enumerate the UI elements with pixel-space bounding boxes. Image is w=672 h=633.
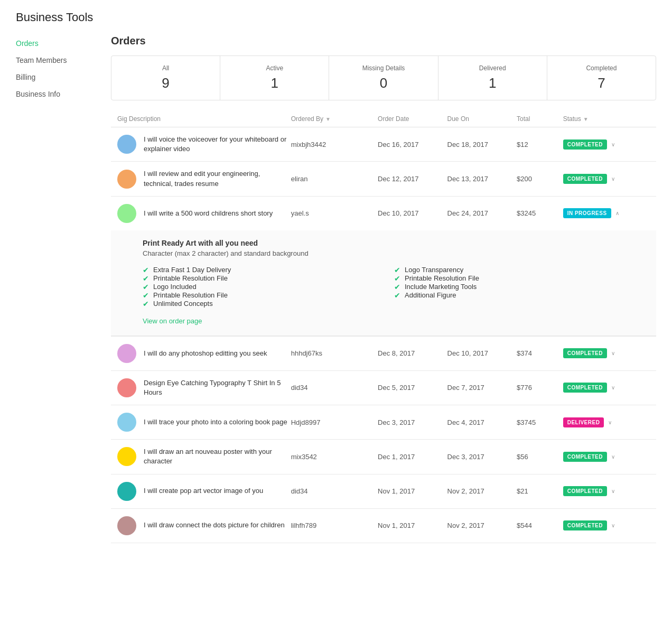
order-gig-title: Design Eye Catching Typography T Shirt I… [144, 378, 291, 397]
order-row-main[interactable]: I will review and edit your engineering,… [111, 162, 656, 196]
feature-item: ✔Printable Resolution File [394, 274, 624, 283]
order-row-main[interactable]: Design Eye Catching Typography T Shirt I… [111, 371, 656, 405]
order-status-col: COMPLETED ∨ [563, 383, 650, 393]
order-date: Dec 5, 2017 [378, 384, 447, 392]
table-header: Gig Description Ordered By ▼ Order Date … [111, 111, 656, 127]
order-total: $56 [517, 453, 563, 461]
order-row-main[interactable]: I will trace your photo into a coloring … [111, 405, 656, 439]
feature-item: ✔Additional Figure [394, 291, 624, 300]
stat-active[interactable]: Active1 [220, 56, 329, 100]
feature-item: ✔Printable Resolution File [143, 274, 373, 283]
expand-chevron[interactable]: ∨ [611, 350, 615, 356]
order-gig-col: I will draw connect the dots picture for… [117, 516, 291, 535]
status-badge: COMPLETED [563, 486, 607, 496]
avatar [117, 204, 136, 223]
check-icon: ✔ [143, 291, 149, 300]
content-area: Orders All9Active1Missing Details0Delive… [100, 30, 656, 633]
expand-chevron[interactable]: ∨ [608, 420, 612, 425]
order-total: $374 [517, 349, 563, 357]
order-status-col: COMPLETED ∨ [563, 520, 650, 530]
order-gig-col: I will do any photoshop editting you see… [117, 344, 291, 363]
stat-all[interactable]: All9 [111, 56, 220, 100]
order-gig-col: I will create pop art vector image of yo… [117, 482, 291, 501]
order-ordered-by: did34 [291, 487, 378, 495]
feature-label: Unlimited Concepts [153, 300, 213, 308]
feature-item: ✔Logo Included [143, 283, 373, 291]
expand-chevron[interactable]: ∨ [611, 142, 615, 147]
order-gig-col: I will review and edit your engineering,… [117, 169, 291, 188]
expand-chevron[interactable]: ∨ [611, 454, 615, 460]
view-order-link[interactable]: View on order page [143, 317, 202, 325]
expand-chevron[interactable]: ∨ [611, 176, 615, 182]
expanded-title: Print Ready Art with all you need [143, 239, 624, 247]
status-badge: COMPLETED [563, 139, 607, 150]
order-date: Dec 10, 2017 [378, 209, 447, 217]
stat-label-active: Active [266, 64, 283, 72]
stat-value-active: 1 [271, 75, 278, 91]
avatar [117, 344, 136, 363]
feature-label: Printable Resolution File [405, 274, 479, 282]
order-gig-col: I will voice the voiceover for your whit… [117, 135, 291, 154]
expand-chevron[interactable]: ∨ [611, 385, 615, 390]
header-ordered: Ordered By ▼ [291, 115, 378, 123]
order-total: $12 [517, 141, 563, 148]
stat-value-all: 9 [162, 75, 169, 91]
order-total: $21 [517, 487, 563, 495]
table-row: I will do any photoshop editting you see… [111, 337, 656, 371]
order-row-main[interactable]: I will draw an art nouveau poster with y… [111, 440, 656, 473]
avatar [117, 516, 136, 535]
feature-item: ✔Unlimited Concepts [143, 300, 373, 308]
feature-item: ✔Logo Transparency [394, 266, 624, 274]
order-ordered-by: lilhfh789 [291, 522, 378, 529]
stat-completed[interactable]: Completed7 [547, 56, 656, 100]
table-row: I will create pop art vector image of yo… [111, 474, 656, 509]
order-date: Dec 12, 2017 [378, 175, 447, 183]
expand-chevron[interactable]: ∨ [611, 488, 615, 494]
app-container: Business Tools OrdersTeam MembersBilling… [0, 0, 672, 633]
order-row-main[interactable]: I will write a 500 word childrens short … [111, 197, 656, 230]
expanded-order-details: Print Ready Art with all you need Charac… [111, 230, 656, 336]
order-total: $776 [517, 384, 563, 392]
table-row: I will review and edit your engineering,… [111, 162, 656, 196]
sidebar-item-business-info[interactable]: Business Info [16, 86, 100, 103]
feature-label: Additional Figure [405, 291, 456, 299]
sidebar-item-billing[interactable]: Billing [16, 69, 100, 86]
sort-icon[interactable]: ▼ [325, 116, 331, 122]
sidebar-item-orders[interactable]: Orders [16, 35, 100, 52]
check-icon: ✔ [394, 266, 400, 274]
order-due: Dec 7, 2017 [447, 384, 517, 392]
stat-delivered[interactable]: Delivered1 [438, 56, 547, 100]
orders-list: I will voice the voiceover for your whit… [111, 127, 656, 543]
order-total: $200 [517, 175, 563, 183]
order-gig-title: I will create pop art vector image of yo… [144, 486, 263, 496]
header-total: Total [517, 115, 563, 123]
avatar [117, 447, 136, 466]
order-due: Nov 2, 2017 [447, 487, 517, 495]
order-row-main[interactable]: I will create pop art vector image of yo… [111, 474, 656, 508]
order-gig-title: I will review and edit your engineering,… [144, 169, 291, 188]
status-sort-icon[interactable]: ▼ [583, 116, 589, 122]
order-row-main[interactable]: I will do any photoshop editting you see… [111, 337, 656, 370]
order-ordered-by: did34 [291, 384, 378, 392]
order-due: Dec 24, 2017 [447, 209, 517, 217]
feature-item: ✔Printable Resolution File [143, 291, 373, 300]
order-date: Dec 8, 2017 [378, 349, 447, 357]
order-status-col: IN PROGRESS ∧ [563, 208, 650, 218]
expand-chevron[interactable]: ∧ [615, 210, 619, 216]
order-row-main[interactable]: I will voice the voiceover for your whit… [111, 127, 656, 161]
expand-chevron[interactable]: ∨ [611, 523, 615, 528]
expanded-subtitle: Character (max 2 character) and standard… [143, 249, 624, 257]
feature-item: ✔Extra Fast 1 Day Delivery [143, 266, 373, 274]
order-row-main[interactable]: I will draw connect the dots picture for… [111, 509, 656, 543]
order-status-col: COMPLETED ∨ [563, 348, 650, 358]
sidebar-item-team-members[interactable]: Team Members [16, 52, 100, 69]
avatar [117, 135, 136, 154]
order-due: Dec 18, 2017 [447, 141, 517, 148]
page-title: Orders [111, 35, 656, 47]
feature-item: ✔Include Marketing Tools [394, 283, 624, 291]
stat-missing-details[interactable]: Missing Details0 [329, 56, 438, 100]
check-icon: ✔ [143, 274, 149, 283]
header-due: Due On [447, 115, 517, 123]
order-due: Dec 13, 2017 [447, 175, 517, 183]
header-date: Order Date [378, 115, 447, 123]
